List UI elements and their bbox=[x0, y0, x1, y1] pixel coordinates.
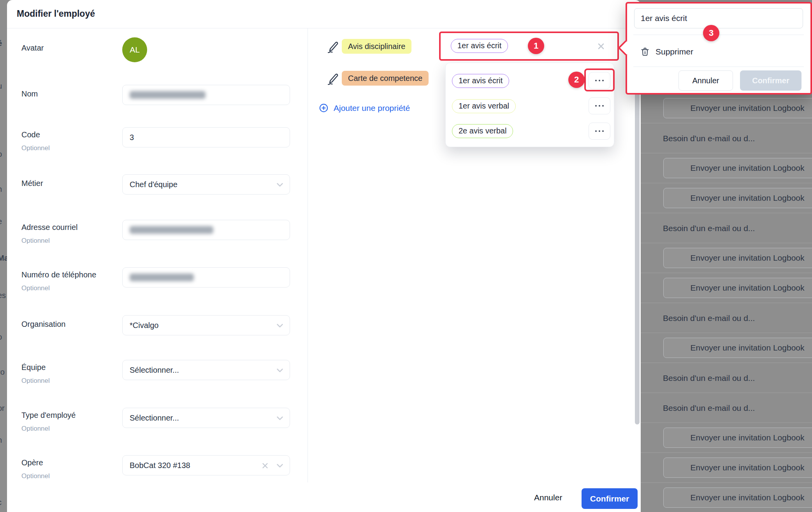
field-label: Avatar bbox=[21, 44, 44, 53]
annotation-box-2 bbox=[584, 68, 615, 91]
send-logbook-invitation-button: Envoyer une invitation Logbook bbox=[663, 487, 812, 508]
table-row: Envoyer une invitation Logbook bbox=[641, 183, 812, 213]
background-text-fragment: o bbox=[0, 333, 7, 342]
needs-email-text: Besoin d'un e-mail ou d... bbox=[663, 393, 755, 423]
field-opere[interactable]: BobCat 320 #138 bbox=[122, 455, 290, 475]
popover-cancel-button[interactable]: Annuler bbox=[678, 70, 733, 91]
background-text-fragment: é bbox=[0, 39, 7, 48]
dropdown-option-pill[interactable]: 2e avis verbal bbox=[452, 124, 513, 138]
tag-edit-popover: Supprimer Annuler Confirmer bbox=[626, 2, 812, 95]
needs-email-text: Besoin d'un e-mail ou d... bbox=[663, 213, 755, 243]
signature-pen-icon bbox=[326, 40, 340, 54]
background-text-fragment: h bbox=[0, 185, 7, 194]
field-optional-hint: Optionnel bbox=[21, 237, 50, 245]
ellipsis-dot bbox=[602, 105, 604, 107]
table-row: Envoyer une invitation Logbook bbox=[641, 273, 812, 303]
tag-name-input[interactable] bbox=[634, 8, 803, 28]
field-value: Sélectionner... bbox=[130, 414, 179, 423]
option-menu-button[interactable] bbox=[589, 123, 610, 140]
table-row: Envoyer une invitation Logbook bbox=[641, 153, 812, 183]
table-row: Besoin d'un e-mail ou d... bbox=[641, 213, 812, 243]
redacted-value bbox=[130, 274, 194, 281]
background-text-fragment: e bbox=[0, 217, 7, 226]
popover-confirm-button[interactable]: Confirmer bbox=[740, 70, 801, 91]
send-logbook-invitation-button: Envoyer une invitation Logbook bbox=[663, 428, 812, 448]
property-tag-avis-disciplinaire[interactable]: Avis disciplinaire bbox=[342, 39, 411, 54]
send-logbook-invitation-button: Envoyer une invitation Logbook bbox=[663, 338, 812, 358]
background-text-fragment: ro bbox=[0, 368, 7, 377]
background-text-fragment: es bbox=[0, 291, 7, 300]
selected-tag-pill[interactable]: 1er avis écrit bbox=[451, 39, 508, 53]
chevron-down-icon bbox=[275, 413, 285, 423]
needs-email-text: Besoin d'un e-mail ou d... bbox=[663, 303, 755, 333]
annotation-badge-2: 2 bbox=[568, 72, 585, 88]
clear-icon[interactable] bbox=[261, 461, 269, 470]
chevron-down-icon bbox=[275, 365, 285, 375]
modal-scrollbar-thumb[interactable] bbox=[635, 49, 640, 424]
circle-plus-icon bbox=[318, 103, 329, 113]
column-divider bbox=[308, 28, 308, 482]
add-property-link[interactable]: Ajouter une propriété bbox=[318, 103, 410, 113]
field-equipe[interactable]: Sélectionner... bbox=[122, 360, 290, 380]
send-logbook-invitation-button: Envoyer une invitation Logbook bbox=[663, 248, 812, 268]
needs-email-text: Besoin d'un e-mail ou d... bbox=[663, 363, 755, 393]
field-type-employe[interactable]: Sélectionner... bbox=[122, 408, 290, 428]
field-optional-hint: Optionnel bbox=[21, 425, 50, 433]
add-property-label: Ajouter une propriété bbox=[334, 103, 410, 113]
ellipsis-dot bbox=[602, 130, 604, 132]
background-text-fragment: or bbox=[0, 404, 7, 413]
send-logbook-invitation-button: Envoyer une invitation Logbook bbox=[663, 278, 812, 298]
redacted-value bbox=[130, 91, 206, 99]
table-row: Envoyer une invitation Logbook bbox=[641, 93, 812, 123]
trash-icon bbox=[640, 47, 650, 57]
table-row: Besoin d'un e-mail ou d... bbox=[641, 363, 812, 393]
field-label: Opère bbox=[21, 458, 43, 467]
field-optional-hint: Optionnel bbox=[21, 472, 50, 480]
table-row: Envoyer une invitation Logbook bbox=[641, 333, 812, 363]
dropdown-option-pill[interactable]: 1er avis verbal bbox=[452, 99, 516, 113]
field-label: Nom bbox=[21, 89, 38, 98]
popover-divider bbox=[633, 67, 804, 67]
header-divider bbox=[7, 28, 641, 28]
background-text-fragment: c bbox=[0, 498, 7, 507]
field-value: 3 bbox=[130, 133, 134, 142]
table-row: Besoin d'un e-mail ou d... bbox=[641, 393, 812, 423]
field-metier[interactable]: Chef d'équipe bbox=[122, 174, 290, 195]
chevron-down-icon bbox=[275, 461, 285, 471]
clear-icon[interactable] bbox=[596, 42, 606, 51]
chevron-down-icon bbox=[275, 180, 285, 190]
field-numero-telephone[interactable] bbox=[122, 267, 290, 288]
background-text-fragment: o bbox=[0, 150, 7, 159]
ellipsis-dot bbox=[595, 105, 597, 107]
field-label: Organisation bbox=[21, 320, 65, 329]
field-value: BobCat 320 #138 bbox=[130, 461, 190, 470]
background-left-strip: éuoheMaesoroornc bbox=[0, 0, 7, 512]
field-code[interactable]: 3 bbox=[122, 127, 290, 147]
field-label: Code bbox=[21, 130, 40, 139]
modal-confirm-button[interactable]: Confirmer bbox=[582, 488, 638, 509]
option-menu-button[interactable] bbox=[589, 97, 610, 114]
field-label: Numéro de téléphone bbox=[21, 270, 96, 279]
avatar[interactable]: AL bbox=[122, 37, 147, 62]
field-label: Équipe bbox=[21, 363, 46, 372]
ellipsis-dot bbox=[595, 130, 597, 132]
delete-tag-button[interactable]: Supprimer bbox=[640, 42, 693, 62]
field-organisation[interactable]: *Civalgo bbox=[122, 315, 290, 335]
needs-email-text: Besoin d'un e-mail ou d... bbox=[663, 123, 755, 153]
signature-pen-icon bbox=[326, 72, 340, 86]
background-text-fragment: n bbox=[0, 436, 7, 445]
delete-tag-label: Supprimer bbox=[656, 47, 693, 56]
annotation-badge-3: 3 bbox=[703, 25, 719, 41]
property-tag-carte-de-competence[interactable]: Carte de competence bbox=[342, 71, 429, 86]
field-label: Métier bbox=[21, 179, 43, 188]
field-nom[interactable] bbox=[122, 85, 290, 105]
dropdown-option-pill[interactable]: 1er avis écrit bbox=[452, 74, 509, 88]
field-adresse-courriel[interactable] bbox=[122, 220, 290, 240]
table-row: Envoyer une invitation Logbook bbox=[641, 453, 812, 483]
modal-cancel-button[interactable]: Annuler bbox=[534, 493, 562, 502]
send-logbook-invitation-button: Envoyer une invitation Logbook bbox=[663, 458, 812, 478]
table-row: Envoyer une invitation Logbook bbox=[641, 423, 812, 453]
background-text-fragment: u bbox=[0, 82, 7, 91]
table-row: Besoin d'un e-mail ou d... bbox=[641, 123, 812, 153]
field-value: Sélectionner... bbox=[130, 366, 179, 375]
